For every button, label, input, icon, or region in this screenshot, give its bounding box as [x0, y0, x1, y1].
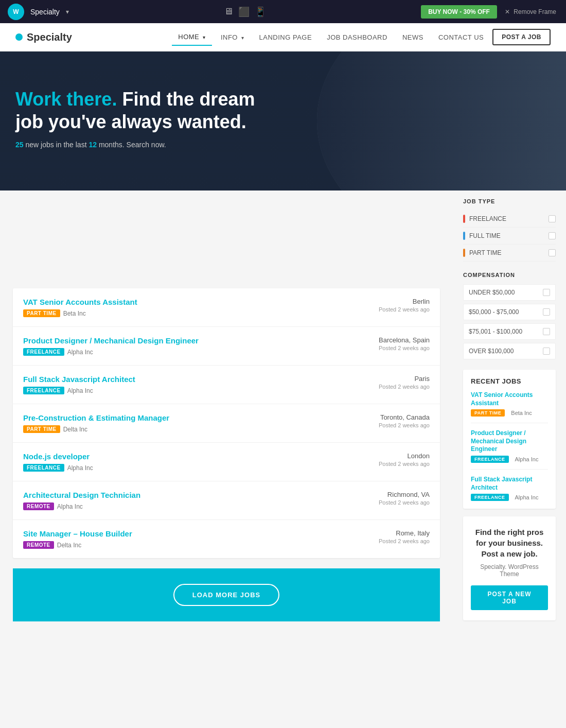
job-company-2: Alpha Inc	[67, 387, 93, 394]
job-item[interactable]: Product Designer / Mechanical Design Eng…	[13, 327, 440, 366]
remove-frame-link[interactable]: ✕ Remove Frame	[505, 8, 558, 15]
job-meta-0: PART TIME Beta Inc	[23, 309, 358, 317]
nav-info-arrow: ▾	[241, 35, 244, 41]
job-tag-5: REMOTE	[23, 502, 54, 510]
admin-dropdown-arrow[interactable]: ▾	[66, 8, 69, 15]
nav-landing[interactable]: LANDING PAGE	[253, 29, 319, 45]
admin-bar: W Specialty ▾ 🖥 ⬛ 📱 BUY NOW - 30% OFF ✕ …	[0, 0, 566, 23]
filter-checkbox-0[interactable]	[549, 215, 556, 222]
recent-job-link-1[interactable]: Product Designer / Mechanical Design Eng…	[471, 429, 548, 454]
job-item[interactable]: Site Manager – House Builder REMOTE Delt…	[13, 520, 440, 558]
cta-post-job-button[interactable]: POST A NEW JOB	[471, 585, 548, 610]
comp-checkbox-2[interactable]	[543, 328, 550, 335]
job-title-5[interactable]: Architectural Design Technician	[23, 491, 358, 499]
comp-label-0: UNDER $50,000	[469, 289, 515, 296]
cta-box: Find the right pros for your business. P…	[463, 516, 556, 620]
nav-info[interactable]: INFO ▾	[215, 29, 251, 45]
tablet-icon[interactable]: ⬛	[238, 6, 250, 18]
job-right-5: Richmond, VA Posted 2 weeks ago	[358, 491, 430, 506]
job-title-4[interactable]: Node.js developer	[23, 452, 358, 461]
job-tag-1: FREELANCE	[23, 348, 64, 356]
job-posted-5: Posted 2 weeks ago	[358, 499, 430, 506]
job-posted-6: Posted 2 weeks ago	[358, 538, 430, 544]
job-item[interactable]: Pre-Construction & Estimating Manager PA…	[13, 404, 440, 443]
job-title-6[interactable]: Site Manager – House Builder	[23, 529, 358, 538]
job-item[interactable]: Node.js developer FREELANCE Alpha Inc Lo…	[13, 443, 440, 481]
comp-checkbox-0[interactable]	[543, 289, 550, 296]
device-switcher: 🖥 ⬛ 📱	[224, 6, 266, 18]
hero-subtitle-end: months. Search now.	[99, 141, 166, 149]
job-company-4: Alpha Inc	[67, 464, 93, 472]
admin-bar-left: W Specialty ▾	[8, 4, 69, 20]
buy-button[interactable]: BUY NOW - 30% OFF	[421, 5, 497, 19]
mobile-icon[interactable]: 📱	[255, 6, 266, 18]
cta-subtitle: Specialty. WordPress Theme	[471, 563, 548, 578]
job-item[interactable]: Full Stack Javascript Architect FREELANC…	[13, 366, 440, 404]
job-type-filter: JOB TYPE FREELANCE FULL TIME PART TIME	[463, 198, 556, 262]
recent-job-link-2[interactable]: Full Stack Javascript Architect	[471, 476, 548, 492]
filter-checkbox-2[interactable]	[549, 249, 556, 256]
desktop-icon[interactable]: 🖥	[224, 6, 233, 17]
job-meta-6: REMOTE Delta Inc	[23, 541, 358, 549]
filter-item-part-time[interactable]: PART TIME	[463, 245, 556, 262]
recent-job-company-0: Beta Inc	[511, 410, 532, 416]
job-right-4: London Posted 2 weeks ago	[358, 452, 430, 467]
post-job-nav-button[interactable]: POST A JOB	[492, 29, 551, 45]
comp-checkbox-1[interactable]	[543, 308, 550, 316]
job-tag-2: FREELANCE	[23, 387, 64, 394]
job-item[interactable]: Architectural Design Technician REMOTE A…	[13, 481, 440, 520]
job-left-4: Node.js developer FREELANCE Alpha Inc	[23, 452, 358, 472]
logo-dot	[15, 33, 23, 41]
job-meta-1: FREELANCE Alpha Inc	[23, 348, 358, 356]
comp-items: UNDER $50,000 $50,000 - $75,000 $75,001 …	[463, 284, 556, 359]
recent-job-link-0[interactable]: VAT Senior Accounts Assistant	[471, 391, 548, 407]
job-location-3: Toronto, Canada	[358, 413, 430, 421]
job-right-2: Paris Posted 2 weeks ago	[358, 375, 430, 390]
job-type-title: JOB TYPE	[463, 198, 556, 204]
job-title-2[interactable]: Full Stack Javascript Architect	[23, 375, 358, 384]
load-more-button[interactable]: LOAD MORE JOBS	[173, 584, 279, 606]
comp-item-1[interactable]: $50,000 - $75,000	[463, 304, 556, 320]
hero-title: Work there. Find the dream job you've al…	[15, 88, 273, 132]
nav-job-dashboard[interactable]: JOB DASHBOARD	[321, 29, 394, 45]
nav-news[interactable]: NEWS	[396, 29, 430, 45]
job-title-1[interactable]: Product Designer / Mechanical Design Eng…	[23, 336, 358, 345]
job-title-3[interactable]: Pre-Construction & Estimating Manager	[23, 413, 358, 422]
comp-item-0[interactable]: UNDER $50,000	[463, 284, 556, 301]
filter-items: FREELANCE FULL TIME PART TIME	[463, 211, 556, 262]
comp-item-3[interactable]: OVER $100,000	[463, 343, 556, 359]
job-title-0[interactable]: VAT Senior Accounts Assistant	[23, 298, 358, 306]
job-meta-5: REMOTE Alpha Inc	[23, 502, 358, 510]
comp-checkbox-3[interactable]	[543, 348, 550, 355]
compensation-filter: COMPENSATION UNDER $50,000 $50,000 - $75…	[463, 272, 556, 359]
close-icon: ✕	[505, 8, 510, 15]
recent-job-item-1: Product Designer / Mechanical Design Eng…	[471, 429, 548, 470]
job-posted-0: Posted 2 weeks ago	[358, 306, 430, 313]
job-item[interactable]: VAT Senior Accounts Assistant PART TIME …	[13, 288, 440, 327]
job-left-2: Full Stack Javascript Architect FREELANC…	[23, 375, 358, 394]
job-location-0: Berlin	[358, 298, 430, 305]
filter-item-full-time[interactable]: FULL TIME	[463, 228, 556, 245]
hero-title-highlight: Work there.	[15, 89, 117, 110]
job-right-6: Rome, Italy Posted 2 weeks ago	[358, 529, 430, 544]
job-posted-3: Posted 2 weeks ago	[358, 422, 430, 428]
job-tag-0: PART TIME	[23, 309, 60, 317]
compensation-title: COMPENSATION	[463, 272, 556, 278]
hero-content: Work there. Find the dream job you've al…	[15, 88, 273, 148]
nav-home[interactable]: HOME ▾	[172, 29, 212, 46]
filter-item-freelance[interactable]: FREELANCE	[463, 211, 556, 228]
job-meta-2: FREELANCE Alpha Inc	[23, 387, 358, 394]
recent-job-meta-2: FREELANCE Alpha Inc	[471, 494, 548, 501]
job-left-5: Architectural Design Technician REMOTE A…	[23, 491, 358, 510]
job-right-1: Barcelona, Spain Posted 2 weeks ago	[358, 336, 430, 351]
comp-item-2[interactable]: $75,001 - $100,000	[463, 323, 556, 340]
job-company-6: Delta Inc	[57, 542, 81, 549]
job-meta-3: PART TIME Delta Inc	[23, 425, 358, 433]
comp-label-2: $75,001 - $100,000	[469, 328, 522, 335]
filter-label-1: FULL TIME	[463, 232, 501, 240]
recent-job-tag-1: FREELANCE	[471, 456, 509, 463]
filter-checkbox-1[interactable]	[549, 232, 556, 239]
nav-contact[interactable]: CONTACT US	[432, 29, 490, 45]
site-logo[interactable]: Specialty	[15, 31, 72, 43]
job-location-6: Rome, Italy	[358, 529, 430, 537]
